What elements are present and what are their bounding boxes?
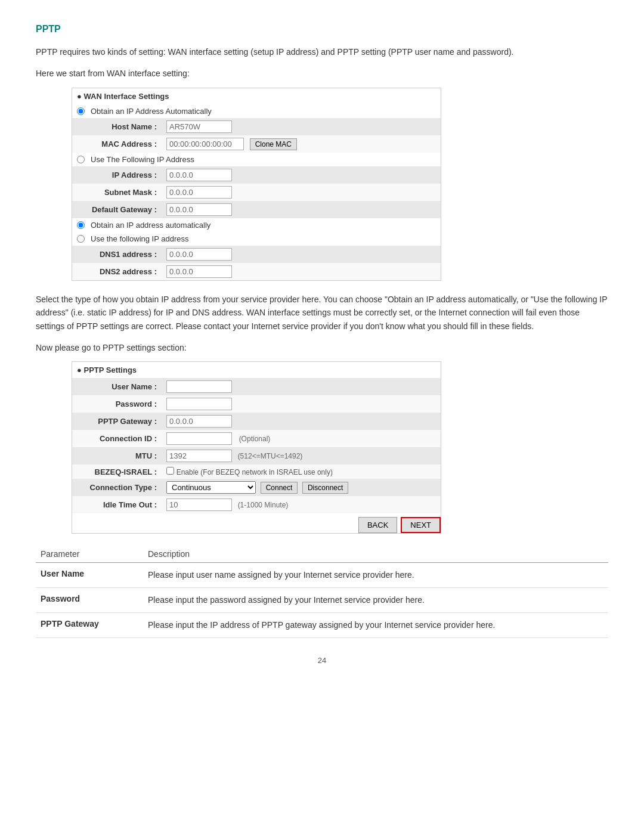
- idle-timeout-hint: (1-1000 Minute): [238, 501, 289, 509]
- back-button[interactable]: BACK: [358, 517, 397, 533]
- pptp-gateway-input[interactable]: [166, 415, 232, 428]
- dns-table: DNS1 address : DNS2 address :: [72, 246, 441, 280]
- bezeq-row: BEZEQ-ISRAEL : Enable (For BEZEQ network…: [72, 465, 441, 479]
- use-following-dns-label: Use the following IP address: [91, 234, 189, 243]
- obtain-auto-radio[interactable]: [77, 107, 85, 115]
- next-button[interactable]: NEXT: [401, 517, 441, 533]
- clone-mac-button[interactable]: Clone MAC: [250, 138, 297, 150]
- default-gateway-row: Default Gateway :: [72, 201, 441, 218]
- pptp-gateway-label: PPTP Gateway :: [72, 413, 162, 430]
- page-title: PPTP: [36, 24, 608, 35]
- default-gateway-input[interactable]: [166, 203, 232, 216]
- pptp-settings-box: ● PPTP Settings User Name : Password : P…: [72, 361, 441, 534]
- password-input[interactable]: [166, 398, 232, 410]
- mtu-input[interactable]: [166, 450, 232, 462]
- connection-id-row: Connection ID : (Optional): [72, 430, 441, 447]
- pptp-fields-table: User Name : Password : PPTP Gateway : Co…: [72, 378, 441, 513]
- bezeq-checkbox[interactable]: [166, 467, 174, 475]
- desc-col-header: Description: [143, 546, 608, 563]
- obtain-dns-auto-label: Obtain an IP address automatically: [91, 221, 210, 230]
- user-name-input[interactable]: [166, 380, 232, 393]
- password-row: Password :: [72, 395, 441, 413]
- optional-text: (Optional): [239, 435, 271, 443]
- pptp-gateway-value-cell: [162, 413, 441, 430]
- mac-address-input[interactable]: [166, 138, 244, 150]
- idle-timeout-label: Idle Time Out :: [72, 496, 162, 513]
- user-name-row: User Name :: [72, 378, 441, 395]
- param-name-pptp-gateway: PPTP Gateway: [36, 613, 143, 638]
- connection-type-select[interactable]: Continuous Connect on Demand Manual: [166, 481, 256, 494]
- default-gateway-label: Default Gateway :: [72, 201, 162, 218]
- dns1-value-cell: [162, 246, 441, 263]
- pptp-section-header: ● PPTP Settings: [72, 362, 441, 378]
- connection-type-label: Connection Type :: [72, 479, 162, 496]
- host-name-value-cell: [162, 118, 441, 135]
- param-row-password: Password Please input the password assig…: [36, 588, 608, 613]
- connection-id-label: Connection ID :: [72, 430, 162, 447]
- obtain-dns-auto-radio[interactable]: [77, 221, 85, 229]
- use-following-dns-row: Use the following IP address: [72, 232, 441, 246]
- param-name-password: Password: [36, 588, 143, 613]
- connection-id-input[interactable]: [166, 432, 232, 445]
- disconnect-button[interactable]: Disconnect: [302, 482, 348, 494]
- dns2-input[interactable]: [166, 265, 232, 278]
- host-name-input[interactable]: [166, 120, 232, 133]
- use-following-dns-radio[interactable]: [77, 235, 85, 243]
- page-number: 24: [36, 656, 608, 665]
- connection-id-value-cell: (Optional): [162, 430, 441, 447]
- param-table: Parameter Description User Name Please i…: [36, 546, 608, 638]
- mac-address-label: MAC Address :: [72, 135, 162, 153]
- connection-type-value-cell: Continuous Connect on Demand Manual Conn…: [162, 479, 441, 496]
- subnet-mask-value-cell: [162, 184, 441, 201]
- bezeq-value-cell: Enable (For BEZEQ network in ISRAEL use …: [162, 465, 441, 479]
- idle-timeout-row: Idle Time Out : (1-1000 Minute): [72, 496, 441, 513]
- bezeq-checkbox-label: Enable (For BEZEQ network in ISRAEL use …: [177, 468, 333, 476]
- ip-address-input[interactable]: [166, 169, 232, 181]
- pptp-intro: Now please go to PPTP settings section:: [36, 341, 608, 354]
- ip-address-row: IP Address :: [72, 166, 441, 184]
- host-name-row: Host Name :: [72, 118, 441, 135]
- default-gateway-value-cell: [162, 201, 441, 218]
- param-row-username: User Name Please input user name assigne…: [36, 563, 608, 588]
- use-following-label: Use The Following IP Address: [91, 155, 194, 164]
- param-name-username: User Name: [36, 563, 143, 588]
- bezeq-label: BEZEQ-ISRAEL :: [72, 465, 162, 479]
- dns2-row: DNS2 address :: [72, 263, 441, 280]
- mtu-row: MTU : (512<=MTU<=1492): [72, 447, 441, 465]
- ip-address-label: IP Address :: [72, 166, 162, 184]
- subnet-mask-input[interactable]: [166, 186, 232, 199]
- subnet-mask-label: Subnet Mask :: [72, 184, 162, 201]
- dns1-input[interactable]: [166, 248, 232, 261]
- param-desc-username: Please input user name assigned by your …: [143, 563, 608, 588]
- connect-button[interactable]: Connect: [261, 482, 298, 494]
- obtain-auto-row: Obtain an IP Address Automatically: [72, 104, 441, 118]
- obtain-dns-auto-row: Obtain an IP address automatically: [72, 218, 441, 232]
- mtu-hint: (512<=MTU<=1492): [238, 452, 303, 460]
- wan-intro: Here we start from WAN interface setting…: [36, 67, 608, 80]
- mac-address-value-cell: Clone MAC: [162, 135, 441, 153]
- mtu-label: MTU :: [72, 447, 162, 465]
- user-name-label: User Name :: [72, 378, 162, 395]
- middle-paragraph: Select the type of how you obtain IP add…: [36, 293, 608, 333]
- wan-static-table: IP Address : Subnet Mask : Default Gatew…: [72, 166, 441, 218]
- idle-timeout-value-cell: (1-1000 Minute): [162, 496, 441, 513]
- dns1-row: DNS1 address :: [72, 246, 441, 263]
- use-following-radio[interactable]: [77, 156, 85, 163]
- nav-buttons: BACK NEXT: [72, 517, 441, 533]
- password-value-cell: [162, 395, 441, 413]
- idle-timeout-input[interactable]: [166, 498, 232, 511]
- pptp-gateway-row: PPTP Gateway :: [72, 413, 441, 430]
- wan-fields-table: Host Name : MAC Address : Clone MAC: [72, 118, 441, 153]
- ip-address-value-cell: [162, 166, 441, 184]
- param-row-pptp-gateway: PPTP Gateway Please input the IP address…: [36, 613, 608, 638]
- connection-type-row: Connection Type : Continuous Connect on …: [72, 479, 441, 496]
- mtu-value-cell: (512<=MTU<=1492): [162, 447, 441, 465]
- subnet-mask-row: Subnet Mask :: [72, 184, 441, 201]
- dns1-label: DNS1 address :: [72, 246, 162, 263]
- param-table-header-row: Parameter Description: [36, 546, 608, 563]
- param-desc-password: Please input the password assigned by yo…: [143, 588, 608, 613]
- wan-section-header: ● WAN Interface Settings: [72, 88, 441, 104]
- host-name-label: Host Name :: [72, 118, 162, 135]
- intro-paragraph: PPTP requires two kinds of setting: WAN …: [36, 45, 608, 58]
- user-name-value-cell: [162, 378, 441, 395]
